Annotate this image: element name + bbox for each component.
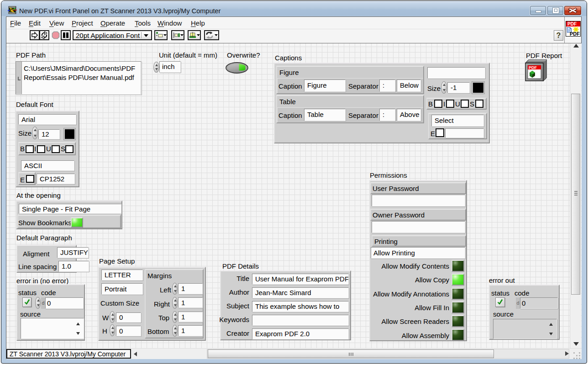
svg-text:PDF: PDF [529,65,537,70]
